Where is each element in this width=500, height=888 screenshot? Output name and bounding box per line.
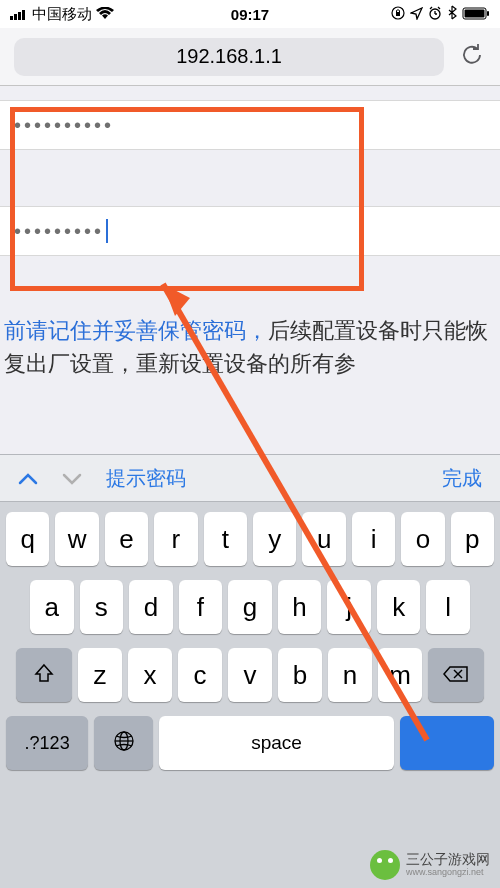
key-row-1: q w e r t y u i o p [6,512,494,566]
watermark: 三公子游戏网 www.sangongzi.net [370,850,490,880]
text-cursor [106,219,108,243]
help-text-emphasis: 前请记住并妥善保管密码， [4,318,268,343]
key-t[interactable]: t [204,512,247,566]
key-j[interactable]: j [327,580,371,634]
location-icon [410,6,423,23]
svg-rect-2 [18,12,21,20]
key-row-4: .?123 space [6,716,494,770]
soft-keyboard: q w e r t y u i o p a s d f g h j k l z … [0,502,500,888]
status-right [391,5,490,23]
svg-rect-1 [14,14,17,20]
key-e[interactable]: e [105,512,148,566]
reload-icon [460,42,484,72]
bluetooth-icon [447,5,457,23]
key-row-3: z x c v b n m [6,648,494,702]
password-field-1[interactable]: •••••••••• [0,100,500,150]
go-key[interactable] [400,716,494,770]
globe-key[interactable] [94,716,153,770]
carrier-label: 中国移动 [32,5,92,24]
key-q[interactable]: q [6,512,49,566]
help-text: 前请记住并妥善保管密码，后续配置设备时只能恢复出厂设置，重新设置设备的所有参 [0,314,500,380]
space-key[interactable]: space [159,716,394,770]
key-a[interactable]: a [30,580,74,634]
lock-icon [391,6,405,23]
svg-line-9 [430,7,432,9]
key-s[interactable]: s [80,580,124,634]
numeric-key[interactable]: .?123 [6,716,88,770]
key-p[interactable]: p [451,512,494,566]
svg-rect-3 [22,10,25,20]
password-1-value: •••••••••• [14,114,114,137]
shift-key[interactable] [16,648,72,702]
password-field-2[interactable]: ••••••••• [0,206,500,256]
status-bar: 中国移动 09:17 [0,0,500,28]
page-content: •••••••••• ••••••••• 前请记住并妥善保管密码，后续配置设备时… [0,100,500,380]
next-field-button[interactable] [62,464,82,492]
svg-rect-0 [10,16,13,20]
shift-icon [33,660,55,691]
key-f[interactable]: f [179,580,223,634]
done-button[interactable]: 完成 [442,465,482,492]
key-l[interactable]: l [426,580,470,634]
keyboard-accessory-bar: 提示密码 完成 [0,454,500,502]
backspace-key[interactable] [428,648,484,702]
key-d[interactable]: d [129,580,173,634]
signal-icon [10,6,28,23]
watermark-name: 三公子游戏网 [406,852,490,867]
backspace-icon [443,660,469,691]
watermark-text: 三公子游戏网 www.sangongzi.net [406,852,490,877]
alarm-icon [428,6,442,23]
key-w[interactable]: w [55,512,98,566]
key-z[interactable]: z [78,648,122,702]
svg-rect-13 [487,11,489,16]
wifi-icon [96,6,114,23]
key-n[interactable]: n [328,648,372,702]
key-y[interactable]: y [253,512,296,566]
key-v[interactable]: v [228,648,272,702]
browser-address-bar: 192.168.1.1 [0,28,500,86]
watermark-logo-icon [370,850,400,880]
suggest-password-button[interactable]: 提示密码 [106,465,186,492]
key-h[interactable]: h [278,580,322,634]
url-text: 192.168.1.1 [176,45,282,68]
globe-icon [113,728,135,759]
key-row-2: a s d f g h j k l [6,580,494,634]
key-c[interactable]: c [178,648,222,702]
key-x[interactable]: x [128,648,172,702]
clock-label: 09:17 [231,6,269,23]
key-m[interactable]: m [378,648,422,702]
key-r[interactable]: r [154,512,197,566]
reload-button[interactable] [458,43,486,71]
svg-line-10 [438,7,440,9]
key-b[interactable]: b [278,648,322,702]
prev-field-button[interactable] [18,464,38,492]
url-field[interactable]: 192.168.1.1 [14,38,444,76]
key-u[interactable]: u [302,512,345,566]
svg-rect-5 [396,12,400,16]
key-k[interactable]: k [377,580,421,634]
key-g[interactable]: g [228,580,272,634]
password-2-value: ••••••••• [14,220,104,243]
status-left: 中国移动 [10,5,114,24]
key-i[interactable]: i [352,512,395,566]
key-o[interactable]: o [401,512,444,566]
battery-icon [462,6,490,23]
svg-rect-12 [465,9,485,17]
watermark-url: www.sangongzi.net [406,868,490,878]
